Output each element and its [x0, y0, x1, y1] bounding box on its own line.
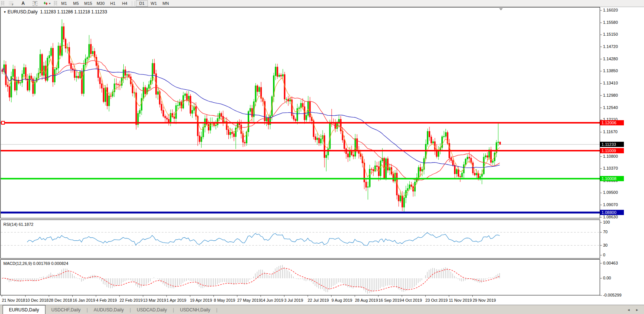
date-axis-label: 10 Dec 2018: [25, 298, 48, 302]
price-axis-tick: 1.15150: [603, 32, 618, 36]
date-axis-label: 16 Sep 2019: [378, 298, 402, 302]
date-axis-label: 22 Feb 2019: [120, 298, 143, 302]
price-badge: 1.12006: [600, 120, 624, 125]
chart-shift-marker-icon[interactable]: [499, 8, 503, 10]
chart-title: ▼ EURUSD,Daily 1.11283 1.11286 1.11218 1…: [3, 9, 107, 15]
date-axis-label: 27 May 2019: [237, 298, 261, 302]
rsi-panel-label: RSI(14) 61.1872: [3, 222, 34, 227]
price-badge: 1.11233: [600, 142, 624, 147]
chart-symbol-label: EURUSD,Daily: [7, 9, 38, 15]
macd-axis-tick: -0.005299: [603, 293, 622, 297]
date-axis-label: 4 Oct 2019: [402, 298, 422, 302]
price-axis-tick: 1.14720: [603, 44, 618, 49]
price-axis-tick: 1.08630: [603, 215, 618, 219]
price-axis-tick: 1.13410: [603, 81, 618, 85]
date-axis-label: 28 Dec 2018: [49, 298, 72, 302]
date-axis-label: 1 Apr 2019: [166, 298, 186, 302]
price-axis-tick: 1.13850: [603, 68, 618, 73]
date-axis-label: 28 Aug 2019: [355, 298, 378, 302]
macd-axis-tick: 0.00: [603, 276, 611, 280]
price-axis-tick: 1.14280: [603, 57, 618, 61]
date-axis-label: 13 Mar 2019: [143, 298, 166, 302]
macd-axis-tick: 0.00463: [603, 261, 618, 265]
price-axis-tick: 1.16020: [603, 8, 618, 12]
collapse-triangle-icon[interactable]: ▼: [3, 10, 6, 14]
date-axis-label: 23 Oct 2019: [425, 298, 448, 302]
date-axis-label: 3 Jul 2019: [284, 298, 303, 302]
macd-panel-label: MACD(12,26,9) 0.001769 0.000824: [3, 261, 68, 266]
date-axis-label: 16 Jan 2019: [73, 298, 95, 302]
price-axis-tick: 1.10800: [603, 154, 618, 158]
rsi-axis-tick: 70: [603, 230, 607, 234]
price-axis-tick: 1.11670: [603, 129, 618, 134]
chart-canvas[interactable]: [0, 0, 644, 314]
date-axis-label: 29 Nov 2019: [473, 298, 496, 302]
rsi-axis-tick: 100: [603, 220, 610, 224]
date-axis-label: 14 Jun 2019: [261, 298, 283, 302]
chart-ohlc-values: 1.11283 1.11286 1.11218 1.11233: [40, 9, 107, 15]
rsi-axis-tick: 0: [603, 253, 605, 257]
rsi-axis-tick: 30: [603, 243, 607, 247]
date-axis-label: 21 Nov 2018: [2, 298, 25, 302]
price-axis-tick: 1.09070: [603, 202, 618, 207]
price-axis-tick: 1.09500: [603, 190, 618, 195]
mt4-window: F A T ▾ M1M5M15M30H1H4D1W1MN ▼ EURUSD,Da…: [0, 0, 644, 314]
date-axis-label: 11 Nov 2019: [449, 298, 472, 302]
date-axis-label: 9 Aug 2019: [331, 298, 352, 302]
price-axis-tick: 1.15580: [603, 20, 618, 25]
date-axis-label: 22 Jul 2019: [308, 298, 329, 302]
date-axis-label: 19 Apr 2019: [190, 298, 212, 302]
price-axis-tick: 1.10370: [603, 166, 618, 170]
date-axis-label: 4 Feb 2019: [96, 298, 117, 302]
price-axis-tick: 1.12540: [603, 105, 618, 110]
date-axis-label: 8 May 2019: [214, 298, 235, 302]
price-badge: 1.10008: [600, 176, 624, 181]
price-axis-tick: 1.12980: [603, 93, 618, 97]
price-badge: 1.08800: [600, 210, 624, 215]
price-badge: 1.11009: [600, 148, 624, 153]
